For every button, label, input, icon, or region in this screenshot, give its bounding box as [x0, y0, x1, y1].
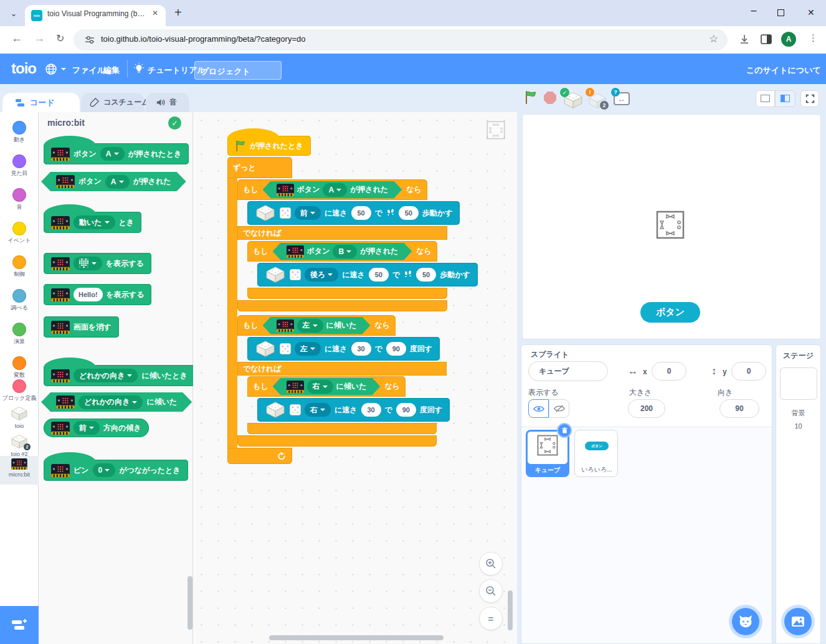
palette-block-tilted-bool[interactable]: どれかの向きに傾いた [41, 392, 192, 412]
sidebar-item-events[interactable]: イベント [0, 222, 39, 244]
show-button[interactable] [528, 399, 549, 418]
language-globe-icon[interactable] [45, 63, 57, 75]
add-extension-button[interactable] [0, 606, 39, 644]
direction-dropdown[interactable]: 後ろ [305, 268, 338, 282]
menu-edit[interactable]: 編集 [103, 65, 120, 76]
bookmark-star-icon[interactable]: ☆ [709, 32, 718, 45]
condition-tilt-right[interactable]: 右に傾いた [273, 378, 381, 395]
y-input[interactable]: 0 [731, 362, 766, 381]
if-block-3-bottom[interactable] [237, 435, 437, 447]
condition-button-b[interactable]: ボタンBが押された [273, 243, 412, 260]
forward-icon[interactable]: → [34, 32, 45, 45]
window-maximize-button[interactable] [777, 9, 784, 16]
toio-move-backward-block[interactable]: 後ろに速さ50で50歩動かす [257, 263, 478, 286]
toio-turn-right-block[interactable]: 右に速さ30で90度回す [257, 398, 450, 422]
stop-icon[interactable] [544, 92, 556, 104]
palette-block-button-pressed-bool[interactable]: ボタンAが押された [41, 172, 186, 191]
new-tab-button[interactable]: + [174, 6, 182, 20]
if-block-4-top[interactable]: もし右に傾いたなら [247, 376, 406, 397]
pin-dropdown[interactable]: 0 [93, 463, 116, 477]
sidebar-item-operators[interactable]: 演算 [0, 323, 39, 345]
add-sprite-button[interactable] [732, 608, 759, 635]
sprite-name-input[interactable]: キューブ [528, 361, 608, 381]
speed-input[interactable]: 30 [361, 403, 381, 417]
palette-scrollbar[interactable] [188, 576, 192, 630]
speed-input[interactable]: 30 [351, 342, 371, 356]
script-flag-hat-block[interactable]: が押されたとき [227, 136, 311, 156]
tab-close-icon[interactable]: ✕ [152, 9, 158, 17]
menu-file[interactable]: ファイル [72, 65, 105, 76]
window-close-button[interactable]: ✕ [807, 7, 815, 17]
sprite-delete-button[interactable] [557, 423, 572, 438]
direction-dropdown[interactable]: 前 [295, 206, 321, 220]
window-minimize-button[interactable]: – [745, 5, 762, 21]
toio-turn-left-block[interactable]: 左に速さ30で90度回す [247, 337, 440, 361]
sidebar-item-toio2[interactable]: toio #2 [0, 434, 39, 458]
cube-sprite[interactable] [656, 211, 685, 239]
tilt-direction-dropdown[interactable]: どれかの向き [74, 369, 138, 382]
site-info-icon[interactable] [85, 35, 95, 45]
tilt-dropdown[interactable]: 左 [297, 319, 323, 333]
language-caret-icon[interactable] [61, 68, 66, 70]
forever-block-wall[interactable] [227, 178, 237, 448]
reload-icon[interactable]: ↻ [56, 32, 64, 44]
button-dropdown[interactable]: A [100, 147, 125, 161]
fullscreen-button[interactable] [800, 90, 819, 107]
palette-block-pin-connected-hat[interactable]: ピン0がつながったとき [44, 460, 188, 481]
menu-about[interactable]: このサイトについて [746, 65, 821, 76]
tab-search-button[interactable]: ⌄ [6, 6, 21, 21]
forever-block-bottom[interactable] [227, 448, 292, 464]
size-input[interactable]: 200 [628, 399, 665, 418]
if-block-2-top[interactable]: もしボタンBが押されたなら [247, 241, 437, 262]
led-pattern-dropdown[interactable] [74, 257, 102, 270]
tutorials-bulb-icon[interactable] [133, 62, 145, 75]
toio-move-forward-block[interactable]: 前に速さ50で50歩動かす [247, 201, 460, 225]
tilt-direction-dropdown[interactable]: どれかの向き [78, 395, 143, 409]
sidebar-item-looks[interactable]: 見た目 [0, 154, 39, 177]
condition-tilt-left[interactable]: 左に傾いた [263, 317, 371, 334]
direction-input[interactable]: 90 [719, 399, 759, 418]
direction-dropdown[interactable]: 前 [74, 421, 100, 435]
palette-block-tilted-hat[interactable]: どれかの向きに傾いたとき [44, 365, 195, 386]
add-backdrop-button[interactable] [784, 608, 812, 635]
button-dropdown[interactable]: A [105, 175, 130, 189]
button-dropdown[interactable]: B [333, 245, 357, 258]
sidebar-item-myblocks[interactable]: ブロック定義 [0, 379, 39, 402]
rotate-direction-dropdown[interactable]: 左 [295, 342, 321, 356]
project-name-text[interactable]: プロジェクト [201, 66, 250, 77]
profile-avatar[interactable]: A [781, 32, 796, 47]
hide-button[interactable] [549, 399, 569, 418]
zoom-in-button[interactable] [479, 552, 503, 575]
palette-block-clear-display[interactable]: 画面を消す [44, 316, 119, 338]
tab-costumes[interactable]: コスチューム [81, 93, 145, 112]
sprite-tile-iroiro[interactable]: ボタン いろいろ... [574, 430, 618, 477]
download-icon[interactable] [739, 34, 750, 45]
speed-input[interactable]: 50 [369, 268, 389, 282]
if-block-4-bottom[interactable] [247, 423, 437, 434]
steps-input[interactable]: 50 [399, 206, 419, 220]
back-icon[interactable]: ← [11, 32, 22, 45]
tab-code[interactable]: コード [2, 93, 80, 112]
sidebar-item-sound[interactable]: 音 [0, 188, 39, 211]
if-block-3-top[interactable]: もし左に傾いたなら [237, 315, 396, 336]
gesture-dropdown[interactable]: 動いた [74, 215, 115, 229]
if-block-2-bottom[interactable] [247, 288, 447, 299]
sidebar-item-sensing[interactable]: 調べる [0, 289, 39, 311]
sidebar-item-motion[interactable]: 動き [0, 121, 39, 143]
sidebar-item-control[interactable]: 制御 [0, 255, 39, 278]
canvas-h-scrollbar[interactable] [269, 635, 444, 640]
condition-button-a[interactable]: ボタンAが押された [263, 181, 402, 199]
sidebar-item-microbit[interactable]: micro:bit [0, 458, 39, 478]
palette-block-display-text[interactable]: Hello!を表示する [44, 284, 151, 305]
text-input[interactable]: Hello! [74, 288, 103, 301]
speed-input[interactable]: 50 [351, 206, 371, 220]
sidebar-item-toio[interactable]: toio [0, 406, 39, 430]
degrees-input[interactable]: 90 [396, 403, 416, 417]
zoom-reset-button[interactable]: = [479, 607, 503, 630]
tab-sounds[interactable]: 音 [146, 93, 189, 112]
canvas-v-scrollbar[interactable] [508, 590, 513, 630]
if-block-1-top[interactable]: もしボタンAが押されたなら [237, 179, 427, 200]
zoom-out-button[interactable] [479, 579, 503, 603]
palette-block-button-pressed-hat[interactable]: ボタンAが押されたとき [44, 143, 189, 164]
steps-input[interactable]: 50 [416, 268, 436, 282]
